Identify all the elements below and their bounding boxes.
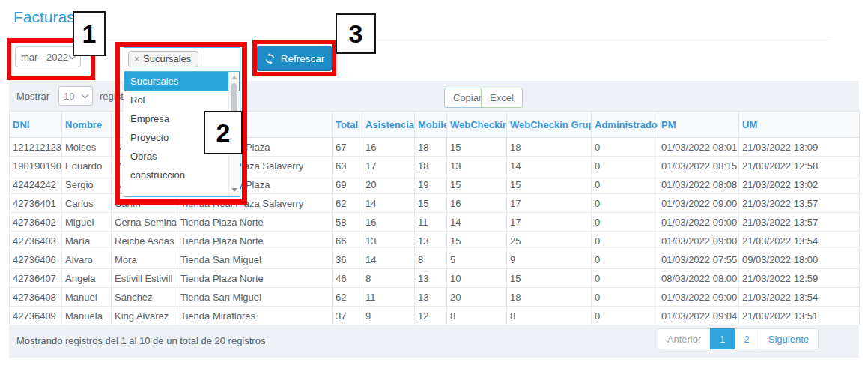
column-header[interactable]: Mobile (415, 112, 447, 138)
table-cell: 66 (333, 232, 362, 250)
table-cell: 17 (362, 157, 415, 175)
column-header[interactable]: WebCheckin Grupal (507, 112, 592, 138)
annotation-label-3: 3 (336, 13, 376, 54)
pagination-next-button[interactable]: Siguiente (759, 328, 819, 349)
table-cell: 01/03/2022 09:00 (658, 213, 739, 232)
table-cell: Tienda Plaza Norte (177, 213, 333, 232)
table-cell: 18 (507, 288, 592, 307)
table-cell: 121212123 (10, 138, 62, 157)
table-cell: 8 (447, 307, 507, 325)
table-cell: 0 (592, 157, 658, 175)
table-cell: 69 (333, 175, 362, 194)
table-cell: 42736401 (10, 194, 62, 213)
column-header[interactable]: DNI (10, 112, 62, 138)
table-cell: 0 (592, 269, 658, 288)
table-cell: 16 (362, 138, 415, 157)
table-cell: Sergio (62, 175, 112, 194)
table-cell: Tienda Plaza Norte (177, 269, 333, 288)
table-cell: Estivill Estivill (112, 269, 177, 288)
table-cell: 13 (362, 232, 415, 250)
column-header[interactable]: WebCheckin (447, 112, 507, 138)
table-cell: 21/03/2022 12:58 (739, 157, 860, 175)
scroll-down-icon[interactable] (231, 188, 237, 192)
table-cell: 42736408 (10, 288, 62, 307)
table-cell: Reiche Asdas (112, 232, 177, 250)
page-size-select[interactable]: 10 (58, 86, 93, 106)
table-cell: 11 (362, 288, 415, 307)
close-icon[interactable]: × (134, 55, 139, 64)
table-cell: 01/03/2022 08:08 (658, 175, 739, 194)
multiselect-option[interactable]: Rol (124, 91, 240, 109)
pagination-pages: 12 (711, 328, 759, 349)
table-cell: 21/03/2022 13:09 (739, 138, 860, 157)
table-cell: 13 (415, 288, 447, 307)
table-cell: 01/03/2022 07:55 (658, 250, 739, 269)
table-cell: 0 (592, 232, 658, 250)
table-cell: 11 (415, 213, 447, 232)
table-cell: 15 (415, 194, 447, 213)
table-cell: 21/03/2022 12:59 (739, 269, 860, 288)
table-cell: 10 (447, 269, 507, 288)
table-cell: 15 (447, 175, 507, 194)
table-cell: 18 (415, 138, 447, 157)
column-header[interactable]: UM (739, 112, 860, 138)
column-header[interactable]: PM (658, 112, 739, 138)
table-cell: 8 (362, 269, 415, 288)
table-cell: 36 (333, 250, 362, 269)
table-cell: 21/03/2022 13:57 (739, 213, 860, 232)
column-header[interactable]: Total (333, 112, 362, 138)
selected-tag[interactable]: × Sucursales (128, 51, 198, 67)
table-cell: 15 (447, 232, 507, 250)
month-select[interactable]: mar - 2022 (15, 46, 81, 67)
table-cell: 58 (333, 213, 362, 232)
pagination-page-2[interactable]: 2 (735, 328, 759, 349)
pagination-prev-button[interactable]: Anterior (658, 328, 711, 349)
table-cell: 0 (592, 307, 658, 325)
column-header[interactable]: Nombre (62, 112, 112, 138)
table-cell: 62 (333, 288, 362, 307)
table-cell: 21/03/2022 13:54 (739, 288, 860, 307)
table-cell: Carlos (62, 194, 112, 213)
pagination-page-1[interactable]: 1 (710, 328, 735, 349)
table-cell: 16 (447, 194, 507, 213)
column-header[interactable]: Administrador (592, 112, 658, 138)
refresh-button-label: Refrescar (281, 53, 325, 64)
table-cell: 46 (333, 269, 362, 288)
table-cell: 42736406 (10, 250, 62, 269)
table-cell: 21/03/2022 13:57 (739, 194, 860, 213)
table-cell: 63 (333, 157, 362, 175)
facturas-page: Facturas mar - 2022 Refrescar Mostrar 10… (0, 0, 868, 368)
table-cell: 0 (592, 288, 658, 307)
table-cell: 13 (415, 269, 447, 288)
scroll-up-icon[interactable] (231, 76, 237, 79)
table-cell: 21/03/2022 13:02 (739, 175, 860, 194)
excel-button[interactable]: Excel (481, 88, 523, 108)
table-cell: 14 (447, 213, 507, 232)
table-row: 42736406AlvaroMoraTienda San Miguel36148… (10, 250, 860, 269)
table-cell: Alvaro (62, 250, 112, 269)
column-header[interactable]: Asistencia (362, 112, 415, 138)
annotation-label-2: 2 (204, 111, 243, 154)
table-cell: 19 (415, 175, 447, 194)
table-cell: 18 (415, 157, 447, 175)
table-cell: Tienda San Miguel (177, 288, 333, 307)
multiselect-option[interactable]: Sucursales (124, 72, 240, 91)
table-cell: Manuel (62, 288, 112, 307)
table-cell: Sánchez (112, 288, 177, 307)
table-cell: 01/03/2022 09:04 (658, 307, 739, 325)
table-cell: 0 (592, 194, 658, 213)
table-cell: 0 (592, 175, 658, 194)
table-cell: Cerna Seminario (112, 213, 177, 232)
table-cell: 01/03/2022 08:15 (658, 157, 739, 175)
table-cell: 20 (447, 288, 507, 307)
multiselect-option[interactable]: construccion (124, 166, 240, 184)
table-cell: 8 (415, 250, 447, 269)
selected-tag-label: Sucursales (143, 53, 191, 64)
refresh-button[interactable]: Refrescar (257, 46, 332, 71)
table-cell: 0 (592, 250, 658, 269)
chevron-down-icon (82, 91, 89, 99)
table-cell: María (62, 232, 112, 250)
table-cell: Tienda Miraflores (177, 307, 333, 325)
table-cell: 14 (507, 157, 592, 175)
table-cell: 17 (507, 194, 592, 213)
